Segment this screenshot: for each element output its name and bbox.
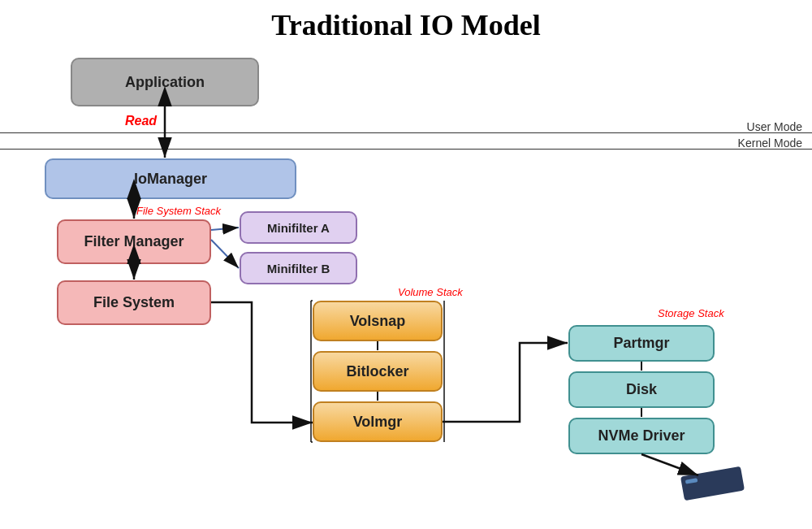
partmgr-box: Partmgr [568, 325, 715, 362]
storage-stack-label: Storage Stack [658, 307, 724, 319]
diagram: Traditional IO Model User Mode Kernel Mo… [0, 0, 812, 529]
svg-line-7 [211, 228, 239, 230]
disk-box: Disk [568, 371, 715, 408]
iomanager-box: IoManager [45, 158, 296, 199]
application-box: Application [71, 58, 259, 106]
user-mode-label: User Mode [747, 120, 802, 133]
vol-stack-label: Volume Stack [398, 286, 463, 298]
nvme-box: NVMe Driver [568, 418, 715, 454]
user-mode-line [0, 132, 812, 133]
page-title: Traditional IO Model [0, 0, 812, 50]
filter-manager-box: Filter Manager [57, 219, 211, 264]
kernel-mode-line [0, 149, 812, 150]
svg-line-13 [641, 454, 698, 475]
nvme-drive-icon [680, 466, 745, 501]
svg-line-8 [211, 240, 239, 268]
bitlocker-box: Bitlocker [313, 351, 443, 392]
volmgr-box: Volmgr [313, 401, 443, 442]
fs-stack-label: File System Stack [136, 205, 221, 217]
read-label: Read [125, 114, 157, 128]
volsnap-box: Volsnap [313, 301, 443, 341]
file-system-box: File System [57, 280, 211, 325]
kernel-mode-label: Kernel Mode [738, 137, 802, 150]
minifilter-a-box: Minifilter A [240, 211, 357, 244]
minifilter-b-box: Minifilter B [240, 252, 357, 284]
